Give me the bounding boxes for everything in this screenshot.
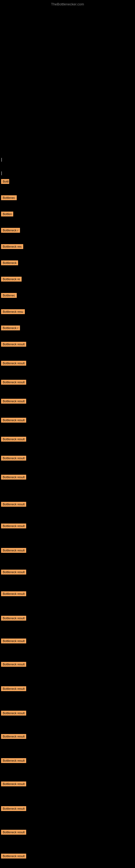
bottleneck-item-28: Bottleneck result <box>1 711 26 717</box>
bottleneck-item-8: Bottlenec <box>1 293 17 299</box>
bottleneck-item-9: Bottleneck resu <box>1 309 25 315</box>
bottleneck-badge-13: Bottleneck result <box>1 380 26 384</box>
bottleneck-item-25: Bottleneck result <box>1 639 26 645</box>
bottleneck-badge-6: Bottleneck <box>1 260 18 265</box>
bottleneck-badge-28: Bottleneck result <box>1 711 26 716</box>
bottleneck-badge-2: Bottlenec <box>1 195 17 200</box>
bottleneck-badge-18: Bottleneck result <box>1 475 26 479</box>
bottleneck-badge-17: Bottleneck result <box>1 456 26 461</box>
bottleneck-badge-8: Bottlenec <box>1 293 17 298</box>
bottleneck-badge-27: Bottleneck result <box>1 686 26 691</box>
bottleneck-item-10: Bottleneck r <box>1 326 20 332</box>
bottleneck-badge-9: Bottleneck resu <box>1 309 25 314</box>
bottleneck-badge-4: Bottleneck r <box>1 228 20 233</box>
bottleneck-badge-10: Bottleneck r <box>1 326 20 330</box>
cursor-line-1: | <box>1 157 2 162</box>
bottleneck-item-7: Bottleneck re <box>1 277 21 283</box>
bottleneck-badge-26: Bottleneck result <box>1 662 26 667</box>
bottleneck-badge-22: Bottleneck result <box>1 569 26 575</box>
bottleneck-badge-15: Bottleneck result <box>1 418 26 423</box>
bottleneck-badge-34: Bottleneck result <box>1 854 26 859</box>
bottleneck-item-22: Bottleneck result <box>1 569 26 576</box>
bottleneck-item-26: Bottleneck result <box>1 662 26 668</box>
bottleneck-item-11: Bottleneck result <box>1 342 26 348</box>
bottleneck-badge-32: Bottleneck result <box>1 806 26 811</box>
bottleneck-item-17: Bottleneck result <box>1 456 26 462</box>
bottleneck-item-15: Bottleneck result <box>1 418 26 424</box>
bottleneck-item-34: Bottleneck result <box>1 854 26 860</box>
bottleneck-item-32: Bottleneck result <box>1 806 26 812</box>
bottleneck-item-5: Bottleneck res <box>1 244 23 250</box>
bottleneck-badge-31: Bottleneck result <box>1 781 26 786</box>
bottleneck-badge-30: Bottleneck result <box>1 758 26 763</box>
bottleneck-item-20: Bottleneck result <box>1 524 26 529</box>
main-content: TheBottlenecker.com ||BottlBottlenecBott… <box>0 0 135 868</box>
bottleneck-badge-11: Bottleneck result <box>1 342 26 347</box>
bottleneck-item-14: Bottleneck result <box>1 399 26 405</box>
bottleneck-item-24: Bottleneck result <box>1 616 26 622</box>
bottleneck-badge-33: Bottleneck result <box>1 830 26 835</box>
bottleneck-item-13: Bottleneck result <box>1 380 26 386</box>
bottleneck-item-30: Bottleneck result <box>1 758 26 764</box>
bottleneck-item-31: Bottleneck result <box>1 781 26 787</box>
bottleneck-badge-1: Bottl <box>1 179 9 184</box>
bottleneck-item-21: Bottleneck result <box>1 548 26 554</box>
bottleneck-badge-21: Bottleneck result <box>1 548 26 553</box>
bottleneck-badge-29: Bottleneck result <box>1 734 26 739</box>
bottleneck-item-29: Bottleneck result <box>1 734 26 740</box>
bottleneck-badge-12: Bottleneck result <box>1 361 26 366</box>
bottleneck-item-23: Bottleneck result <box>1 591 26 597</box>
bottleneck-item-19: Bottleneck result <box>1 502 26 508</box>
bottleneck-item-27: Bottleneck result <box>1 686 26 692</box>
bottleneck-badge-3: Bottlen <box>1 212 13 216</box>
bottleneck-badge-16: Bottleneck result <box>1 437 26 442</box>
bottleneck-badge-24: Bottleneck result <box>1 616 26 621</box>
bottleneck-item-2: Bottlenec <box>1 195 17 201</box>
bottleneck-badge-5: Bottleneck res <box>1 244 23 249</box>
bottleneck-item-3: Bottlen <box>1 212 13 218</box>
bottleneck-badge-14: Bottleneck result <box>1 399 26 404</box>
bottleneck-badge-20: Bottleneck result <box>1 524 26 528</box>
bottleneck-item-6: Bottleneck <box>1 260 18 267</box>
bottleneck-badge-25: Bottleneck result <box>1 639 26 643</box>
site-title: TheBottlenecker.com <box>0 0 135 7</box>
bottleneck-badge-7: Bottleneck re <box>1 277 21 282</box>
cursor-line-2: | <box>1 171 2 175</box>
bottleneck-item-1: Bottl <box>1 179 9 185</box>
bottleneck-item-18: Bottleneck result <box>1 475 26 480</box>
bottleneck-item-16: Bottleneck result <box>1 437 26 443</box>
bottleneck-item-33: Bottleneck result <box>1 830 26 836</box>
bottleneck-badge-23: Bottleneck result <box>1 591 26 596</box>
bottleneck-badge-19: Bottleneck result <box>1 502 26 507</box>
bottleneck-item-4: Bottleneck r <box>1 228 20 234</box>
bottleneck-item-12: Bottleneck result <box>1 361 26 367</box>
